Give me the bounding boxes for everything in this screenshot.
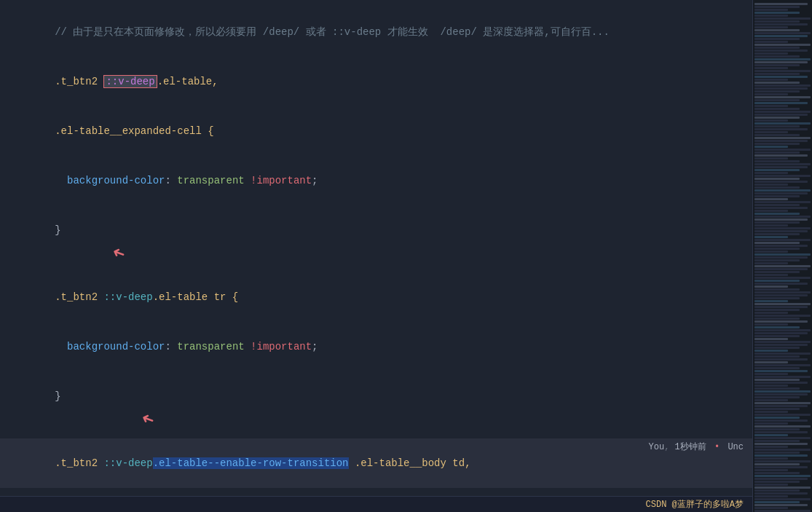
mini-line (754, 291, 811, 294)
footer-bar: CSDN @蓝胖子的多啦A梦 (0, 496, 752, 512)
mini-line (754, 82, 800, 84)
line-text: .t_btn2 ::v-deep.el-table tr { (0, 272, 752, 322)
mini-line (754, 285, 788, 288)
mini-line (754, 50, 808, 52)
mini-line (754, 507, 788, 509)
mini-line (754, 70, 811, 72)
code-line: // 由于是只在本页面修修改，所以必须要用 /deep/ 或者 ::v-deep… (0, 7, 752, 57)
mini-line (754, 341, 811, 343)
mini-line (754, 274, 788, 276)
mini-line (754, 99, 800, 101)
mini-line (754, 55, 800, 58)
mini-line (754, 17, 811, 20)
mini-line (754, 484, 788, 486)
mini-line (754, 198, 788, 200)
mini-line (754, 358, 808, 361)
mini-line (754, 294, 808, 296)
mini-line (754, 172, 788, 174)
mini-line (754, 469, 788, 471)
code-line: } (0, 371, 752, 421)
mini-line (754, 151, 800, 154)
mini-line (754, 300, 788, 302)
mini-line (754, 475, 811, 477)
mini-line (754, 323, 788, 326)
mini-line (754, 283, 808, 285)
mini-line (754, 47, 800, 49)
mini-line (754, 338, 788, 340)
mini-line (754, 353, 811, 355)
mini-line (754, 466, 808, 468)
mini-line (754, 41, 788, 43)
mini-line (754, 489, 800, 492)
mini-line (754, 376, 811, 378)
mini-line (754, 163, 811, 165)
code-line: .el-table__expanded-cell { (0, 106, 752, 156)
mini-line (754, 312, 788, 314)
line-text: .t_btn2 ::v-deep.el-table--enable-row-tr… (0, 438, 752, 488)
line-text: .el-table__expanded-cell { (0, 106, 752, 156)
mini-line (754, 233, 800, 235)
mini-line (754, 332, 808, 334)
selector-text: .el-table tr { (153, 291, 239, 303)
mini-line (754, 390, 811, 393)
line-text: // 由于是只在本页面修修改，所以必须要用 /deep/ 或者 ::v-deep… (0, 7, 752, 57)
mini-line (754, 315, 811, 317)
mini-line (754, 472, 800, 474)
mini-line (754, 3, 808, 5)
mini-line (754, 67, 788, 69)
pseudo-text: ::v-deep (103, 457, 152, 469)
selector-text: .el-table__body td, (349, 457, 471, 469)
mini-line (754, 204, 800, 206)
mini-line (754, 460, 811, 462)
mini-line (754, 253, 811, 256)
code-line: background-color: transparent !important… (0, 322, 752, 371)
line-text: .t_btn2 ::v-deep.el-table, (0, 57, 752, 106)
mini-line (754, 498, 811, 500)
mini-line (754, 178, 800, 180)
mini-line (754, 134, 800, 136)
mini-line (754, 108, 800, 110)
mini-line (754, 64, 800, 66)
mini-line (754, 242, 800, 244)
mini-line (754, 117, 800, 119)
mini-line (754, 251, 788, 253)
mini-line (754, 114, 808, 116)
mini-line (754, 181, 808, 183)
mini-line (754, 154, 808, 157)
mini-line (754, 408, 800, 410)
mini-line (754, 347, 800, 349)
mini-line (754, 329, 811, 331)
mini-line (754, 122, 811, 125)
mini-line (754, 38, 800, 40)
mini-line (754, 207, 808, 209)
mini-line (754, 218, 808, 221)
mini-line (754, 361, 788, 363)
selector-text: .t_btn2 (55, 76, 103, 87)
mini-line (754, 128, 808, 130)
line-text: background-color: transparent !important… (0, 156, 752, 205)
mini-line (754, 90, 800, 92)
mini-line (754, 373, 788, 375)
mini-line (754, 52, 788, 55)
mini-line (754, 350, 788, 352)
value-text: transparent (177, 341, 244, 353)
mini-line (754, 364, 811, 366)
mini-line (754, 195, 800, 197)
mini-line (754, 487, 811, 489)
selector-text: .el-table, (157, 76, 218, 87)
mini-line (754, 227, 811, 229)
mini-line (754, 437, 811, 439)
mini-line (754, 6, 800, 8)
mini-line (754, 160, 800, 162)
mini-line (754, 216, 811, 218)
minimap (753, 0, 812, 512)
mini-line (754, 87, 808, 90)
mini-line (754, 402, 811, 404)
author-label: You (649, 442, 665, 452)
mini-line (754, 23, 808, 25)
time-label: 1秒钟前 (675, 442, 706, 452)
mini-line (754, 221, 800, 224)
mini-line (754, 420, 808, 422)
mini-line (754, 259, 800, 261)
code-editor: // 由于是只在本页面修修改，所以必须要用 /deep/ 或者 ::v-deep… (0, 0, 752, 512)
